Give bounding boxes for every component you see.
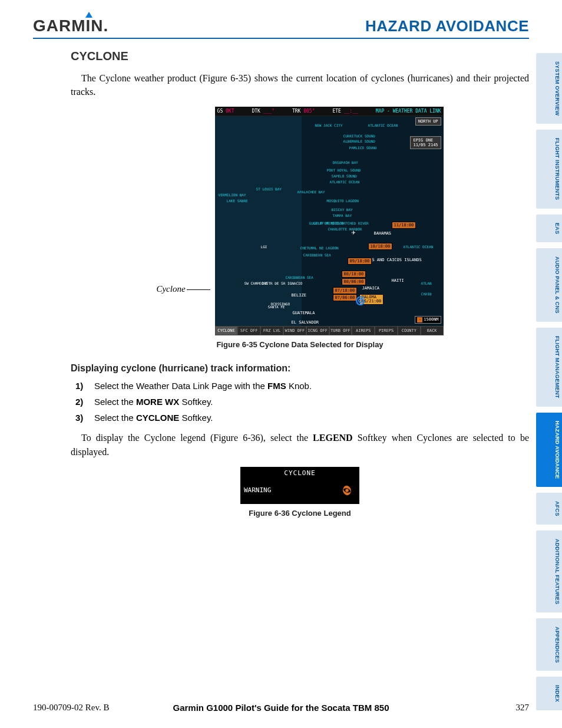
page-name: MAP - WEATHER DATA LINK (376, 108, 441, 114)
logo-triangle-icon (85, 12, 92, 18)
legend-paragraph: To display the Cyclone legend (Figure 6-… (71, 431, 529, 458)
coast-label: BISCAY BAY (332, 207, 353, 212)
step-2: 2) Select the MORE WX Softkey. (75, 397, 529, 407)
step-1: 1) Select the Weather Data Link Page wit… (75, 381, 529, 391)
svg-point-0 (345, 489, 349, 492)
softkey-turb[interactable]: TURB OFF (329, 326, 352, 335)
tab-appendices[interactable]: APPENDICES (536, 618, 562, 671)
coast-label: ALBEMARLE SOUND (343, 139, 375, 143)
land-label: GUATEMALA (293, 311, 315, 315)
land-label: BELIZE (292, 293, 306, 298)
track-point: 07/06:00 (333, 294, 358, 301)
coast-label: NEW JACK CITY (315, 123, 343, 127)
land-label: HAITI (392, 278, 404, 283)
hurricane-icon: 🌀 (355, 296, 365, 305)
softkey-cyclone[interactable]: CYCLONE (215, 326, 238, 335)
land-label: BAHAMAS (374, 231, 392, 236)
tab-afcs[interactable]: AFCS (536, 493, 562, 525)
tab-flight-management[interactable]: FLIGHT MANAGEMENT (536, 328, 562, 407)
coast-label: GULF OF MEXICO/HATCHED RIVER (309, 221, 369, 225)
garmin-logo: GARMIN. (33, 17, 108, 35)
callout-text: Cyclone (156, 284, 185, 294)
tab-eas[interactable]: EAS (536, 215, 562, 242)
track-point: 08/18:00 (342, 271, 366, 278)
coast-label: CARIBBEAN SEA (303, 253, 331, 257)
softkey-icng[interactable]: ICNG OFF (306, 326, 329, 335)
step-3: 3) Select the CYCLONE Softkey. (75, 413, 529, 423)
ete-field: ETE __:__ (332, 108, 358, 114)
coast-label: ATLANTIC OCEAN (368, 123, 398, 127)
coast-label: TAMPA BAY (333, 213, 352, 218)
wx-info-box: EPIG ONE11/05 2145 (410, 136, 441, 149)
softkey-back[interactable]: BACK (421, 326, 444, 335)
land-label: CARIB (421, 292, 432, 296)
coast-label: APALACHEE BAY (297, 190, 325, 194)
callout-leader-line (187, 289, 210, 290)
land-label: DISTR DE SR IGNACIO (262, 281, 303, 285)
gs-field: GS 0KT (217, 108, 234, 114)
section-heading: CYCLONE (71, 50, 529, 63)
coast-label: CURRITUCK SOUND (343, 134, 375, 138)
softkey-county[interactable]: COUNTY (398, 326, 421, 335)
hurricane-icon (340, 484, 353, 497)
coast-label: LAKE SABRE (227, 199, 248, 203)
softkey-aireps[interactable]: AIREPS (352, 326, 375, 335)
procedure-steps: 1) Select the Weather Data Link Page wit… (71, 381, 529, 423)
dtk-field: DTK ___° (252, 108, 275, 114)
land-label: ATLANTIC OCEAN (404, 245, 434, 249)
coast-label: ST LOUIS BAY (256, 187, 282, 191)
land-label: ATLAN (421, 281, 432, 285)
legend-title: CYCLONE (240, 467, 359, 479)
legend-warning-label: WARNING (244, 486, 271, 494)
tab-system-overview[interactable]: SYSTEM OVERVIEW (536, 53, 562, 124)
tab-index[interactable]: INDEX (536, 677, 562, 710)
tab-audio-panel-cns[interactable]: AUDIO PANEL & CNS (536, 248, 562, 322)
coast-label: CHARLOTTE HARBOR (328, 227, 362, 231)
mfd-top-bar: GS 0KT DTK ___° TRK 005° ETE __:__ MAP -… (215, 107, 444, 116)
doc-revision: 190-00709-02 Rev. B (33, 703, 109, 713)
tab-hazard-avoidance[interactable]: HAZARD AVOIDANCE (536, 413, 562, 487)
page-header: GARMIN. HAZARD AVOIDANCE (0, 0, 562, 35)
page-footer: 190-00709-02 Rev. B Garmin G1000 Pilot's… (33, 703, 529, 713)
coast-label: VERMILION BAY (219, 193, 246, 197)
track-point: 08/06:00 (342, 278, 366, 285)
logo-text: GARMIN. (33, 17, 108, 35)
tab-flight-instruments[interactable]: FLIGHT INSTRUMENTS (536, 130, 562, 208)
mfd-map-area: NORTH UP EPIG ONE11/05 2145 NEW JACK CIT… (215, 116, 444, 326)
figure-6-36-caption: Figure 6-36 Cyclone Legend (249, 509, 351, 518)
softkey-pireps[interactable]: PIREPS (375, 326, 398, 335)
figure-6-36-block: CYCLONE WARNING Figure 6-36 Cyclone Lege… (71, 467, 529, 518)
trk-field: TRK 005° (292, 108, 315, 114)
coast-label: CARIBBEAN SEA (286, 275, 313, 279)
tab-additional-features[interactable]: ADDITIONAL FEATURES (536, 531, 562, 612)
softkey-frz[interactable]: FRZ LVL (260, 326, 283, 335)
step-text: Select the Weather Data Link Page with t… (94, 381, 529, 391)
content-area: CYCLONE The Cyclone weather product (Fig… (0, 39, 562, 518)
intro-paragraph: The Cyclone weather product (Figure 6-35… (71, 71, 529, 98)
softkey-wind[interactable]: WIND OFF (283, 326, 306, 335)
cyclone-legend-box: CYCLONE WARNING (240, 467, 359, 504)
figure-6-35-caption: Figure 6-35 Cyclone Data Selected for Di… (216, 340, 383, 349)
step-number: 1) (75, 381, 86, 391)
page-number: 327 (516, 703, 530, 713)
side-nav-tabs: SYSTEM OVERVIEW FLIGHT INSTRUMENTS EAS A… (536, 53, 562, 710)
coast-label: CHETUMAL NE LAGOON (300, 246, 339, 250)
coast-label: ATLANTIC OCEAN (330, 180, 360, 184)
coast-label: PAMLICO SOUND (349, 146, 377, 150)
step-number: 3) (75, 413, 86, 423)
coast-label: PORT ROYAL SOUND (327, 168, 361, 172)
softkey-bar: CYCLONE SFC OFF FRZ LVL WIND OFF ICNG OF… (215, 326, 444, 335)
doc-title: Garmin G1000 Pilot's Guide for the Socat… (173, 703, 389, 713)
track-point: 07/18:00 (333, 287, 358, 294)
chapter-title: HAZARD AVOIDANCE (365, 17, 529, 35)
step-text: Select the CYCLONE Softkey. (94, 413, 529, 423)
track-point: 10/18:00 (368, 243, 393, 250)
land-label: SW CAMPECHE (244, 281, 268, 285)
track-point: 11/18:00 (392, 222, 416, 229)
step-number: 2) (75, 397, 86, 407)
land-label: EL SALVADOR (292, 320, 319, 325)
land-label: LGI (261, 245, 267, 249)
coast-label: MOSQUITO LAGOON (327, 199, 359, 203)
ownship-icon: ✈ (352, 228, 356, 236)
softkey-sfc[interactable]: SFC OFF (237, 326, 260, 335)
